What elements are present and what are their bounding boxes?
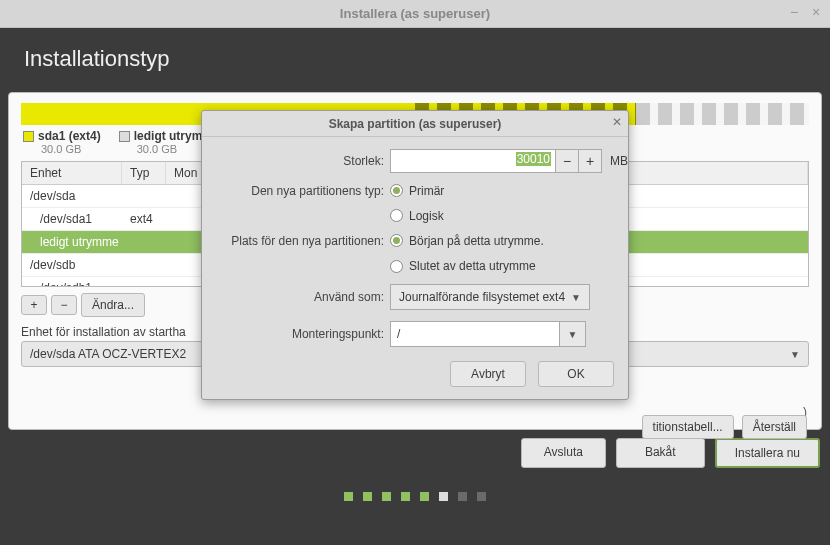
pager-dot-current[interactable] [439, 492, 448, 501]
cell-enhet: /dev/sdb [30, 258, 130, 272]
radio-primary[interactable]: Primär [390, 184, 628, 198]
pager-dot[interactable] [401, 492, 410, 501]
pager-dot[interactable] [382, 492, 391, 501]
radio-icon [390, 184, 403, 197]
swatch-free [119, 131, 130, 142]
radio-icon [390, 260, 403, 273]
radio-icon [390, 234, 403, 247]
mount-point-label: Monteringspunkt: [214, 327, 384, 341]
radio-end-label: Slutet av detta utrymme [409, 259, 536, 273]
cell-enhet: /dev/sda [30, 189, 130, 203]
legend-sda1-name: sda1 (ext4) [38, 129, 101, 143]
minimize-icon[interactable]: − [786, 4, 802, 20]
use-as-select[interactable]: Journalförande filsystemet ext4 ▼ [390, 284, 590, 310]
boot-device-value: /dev/sda ATA OCZ-VERTEX2 [30, 347, 186, 361]
pager-dot[interactable] [363, 492, 372, 501]
legend-sda1-size: 30.0 GB [41, 143, 101, 155]
pager-dot[interactable] [477, 492, 486, 501]
back-button[interactable]: Bakåt [616, 438, 705, 468]
dialog-ok-button[interactable]: OK [538, 361, 614, 387]
pager-dot[interactable] [420, 492, 429, 501]
cell-enhet: ledigt utrymme [30, 235, 130, 249]
change-partition-button[interactable]: Ändra... [81, 293, 145, 317]
use-as-value: Journalförande filsystemet ext4 [399, 290, 571, 304]
chevron-down-icon: ▼ [790, 349, 800, 360]
disk-bar-other [636, 103, 809, 125]
dialog-title: Skapa partition (as superuser) [329, 117, 502, 131]
cell-enhet: /dev/sda1 [30, 212, 130, 226]
page-title: Installationstyp [0, 28, 830, 82]
size-input[interactable]: 30010 [390, 149, 556, 173]
size-unit: MB [610, 154, 628, 168]
pager [0, 484, 830, 511]
cell-typ [130, 235, 174, 249]
dialog-titlebar: Skapa partition (as superuser) ✕ [202, 111, 628, 137]
dialog-close-icon[interactable]: ✕ [612, 115, 622, 129]
partition-type-label: Den nya partitionens typ: [214, 184, 384, 198]
radio-primary-label: Primär [409, 184, 444, 198]
cell-typ [130, 258, 174, 272]
chevron-down-icon: ▼ [568, 329, 578, 340]
pager-dot[interactable] [458, 492, 467, 501]
quit-button[interactable]: Avsluta [521, 438, 606, 468]
radio-logical-label: Logisk [409, 209, 444, 223]
install-now-button[interactable]: Installera nu [715, 438, 820, 468]
mount-point-value[interactable]: / [390, 321, 560, 347]
pager-dot[interactable] [344, 492, 353, 501]
col-enhet[interactable]: Enhet [22, 162, 122, 184]
cell-typ [130, 281, 174, 287]
reset-button[interactable]: Återställ [742, 415, 807, 439]
size-increment-button[interactable]: + [578, 149, 602, 173]
mount-point-combo[interactable]: / ▼ [390, 321, 628, 347]
add-partition-button[interactable]: + [21, 295, 47, 315]
use-as-label: Använd som: [214, 290, 384, 304]
radio-icon [390, 209, 403, 222]
radio-beginning[interactable]: Början på detta utrymme. [390, 234, 628, 248]
cell-enhet: /dev/sdb1 [30, 281, 130, 287]
location-label: Plats för den nya partitionen: [214, 234, 384, 248]
cell-typ: ext4 [130, 212, 174, 226]
swatch-sda1 [23, 131, 34, 142]
outer-titlebar: Installera (as superuser) − × [0, 0, 830, 28]
dialog-cancel-button[interactable]: Avbryt [450, 361, 526, 387]
new-partition-table-button[interactable]: titionstabell... [642, 415, 734, 439]
chevron-down-icon: ▼ [571, 292, 581, 303]
radio-logical[interactable]: Logisk [390, 209, 628, 223]
mount-dropdown-button[interactable]: ▼ [560, 321, 586, 347]
size-decrement-button[interactable]: − [555, 149, 579, 173]
col-typ[interactable]: Typ [122, 162, 166, 184]
radio-end[interactable]: Slutet av detta utrymme [390, 259, 628, 273]
create-partition-dialog: Skapa partition (as superuser) ✕ Storlek… [201, 110, 629, 400]
size-label: Storlek: [214, 154, 384, 168]
close-icon[interactable]: × [808, 4, 824, 20]
remove-partition-button[interactable]: − [51, 295, 77, 315]
outer-title: Installera (as superuser) [340, 6, 490, 21]
cell-typ [130, 189, 174, 203]
radio-beginning-label: Början på detta utrymme. [409, 234, 544, 248]
